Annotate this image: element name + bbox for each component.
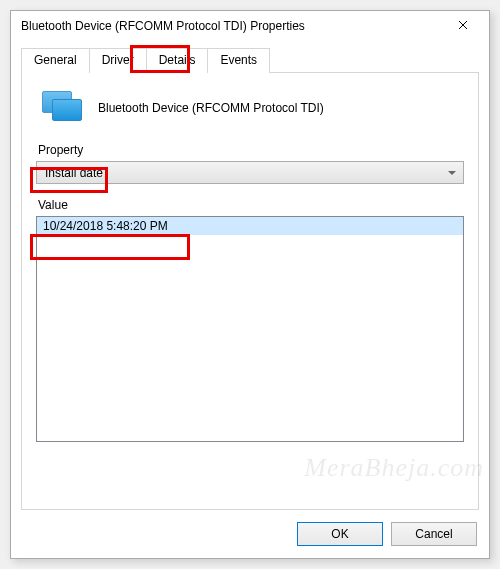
tabs-container: General Driver Details Events Bluetooth … — [21, 47, 479, 510]
watermark-text: MeraBheja.com — [304, 453, 484, 483]
window-title: Bluetooth Device (RFCOMM Protocol TDI) P… — [21, 19, 441, 33]
tab-general[interactable]: General — [21, 48, 90, 73]
dialog-buttons: OK Cancel — [11, 510, 489, 558]
value-item[interactable]: 10/24/2018 5:48:20 PM — [37, 217, 463, 235]
ok-button[interactable]: OK — [297, 522, 383, 546]
property-selected-value: Install date — [45, 166, 103, 180]
property-label: Property — [38, 143, 464, 157]
close-icon — [458, 19, 468, 33]
tab-driver[interactable]: Driver — [89, 48, 147, 73]
property-dropdown[interactable]: Install date — [36, 161, 464, 184]
titlebar: Bluetooth Device (RFCOMM Protocol TDI) P… — [11, 11, 489, 41]
tab-details[interactable]: Details — [146, 48, 209, 73]
value-listbox[interactable]: 10/24/2018 5:48:20 PM — [36, 216, 464, 442]
device-header: Bluetooth Device (RFCOMM Protocol TDI) — [42, 91, 464, 125]
chevron-down-icon — [448, 171, 456, 175]
close-button[interactable] — [441, 11, 485, 41]
device-name-label: Bluetooth Device (RFCOMM Protocol TDI) — [98, 101, 324, 115]
value-label: Value — [38, 198, 464, 212]
monitors-icon — [42, 91, 84, 125]
cancel-button[interactable]: Cancel — [391, 522, 477, 546]
tab-events[interactable]: Events — [207, 48, 270, 73]
tab-strip: General Driver Details Events — [21, 47, 479, 72]
tab-panel-details: Bluetooth Device (RFCOMM Protocol TDI) P… — [21, 72, 479, 510]
